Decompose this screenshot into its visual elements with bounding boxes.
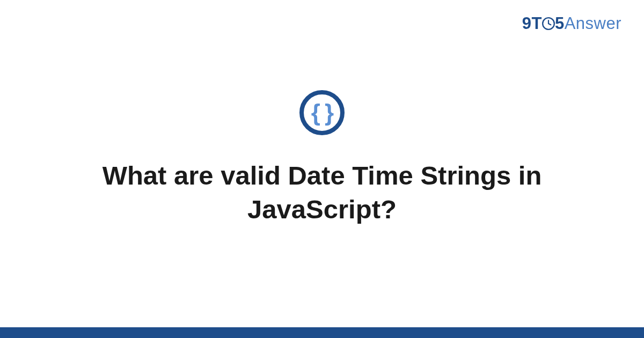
code-braces-icon: { } [299, 90, 345, 135]
main-content: { } What are valid Date Time Strings in … [0, 0, 644, 338]
braces-glyph: { } [311, 101, 333, 124]
page-title: What are valid Date Time Strings in Java… [54, 159, 590, 226]
footer-accent-bar [0, 327, 644, 338]
